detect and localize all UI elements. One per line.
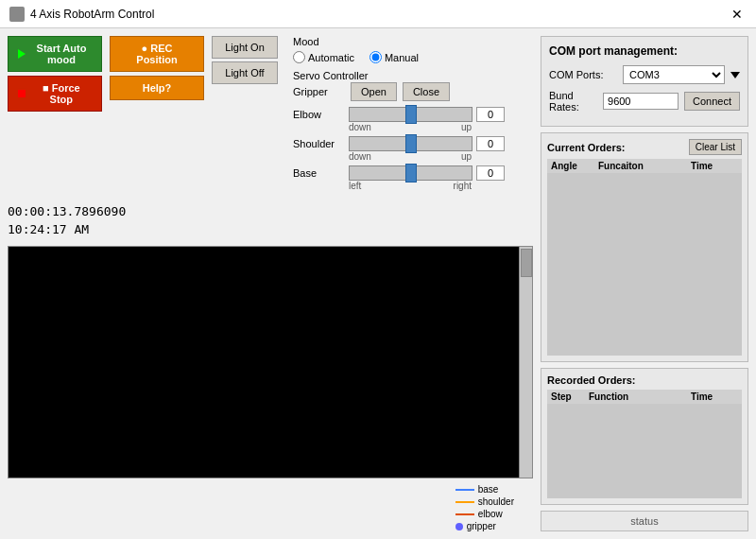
shoulder-label: Shoulder — [293, 138, 345, 149]
connect-button[interactable]: Connect — [684, 92, 740, 111]
gripper-label: Gripper — [293, 86, 345, 97]
col-step: Step — [551, 391, 589, 402]
manual-radio-label[interactable]: Manual — [369, 51, 419, 63]
clear-list-button[interactable]: Clear List — [689, 139, 742, 155]
shoulder-row: Shoulder down up — [293, 136, 505, 162]
current-orders-section: Current Orders: Clear List Angle Funcait… — [541, 132, 748, 362]
legend-items: base shoulder elbow gripper — [455, 484, 514, 531]
secondary-button-group: ● REC Position Help? — [110, 36, 204, 100]
legend-base: base — [455, 484, 514, 495]
com-ports-label: COM Ports: — [549, 69, 617, 80]
app-icon — [9, 7, 25, 22]
legend-area: base shoulder elbow gripper — [8, 484, 533, 531]
title-bar: 4 Axis RobotArm Control ✕ — [0, 0, 756, 28]
main-button-group: Start Auto mood ■ Force Stop — [8, 36, 102, 112]
chart-container — [8, 246, 533, 478]
light-off-button[interactable]: Light Off — [212, 61, 278, 84]
com-ports-select[interactable]: COM3 COM1 COM2 COM4 — [623, 65, 725, 84]
current-orders-list — [547, 173, 742, 356]
left-panel: Start Auto mood ■ Force Stop ● REC Posit… — [8, 36, 533, 531]
manual-radio[interactable] — [369, 51, 382, 63]
legend-shoulder: shoulder — [455, 496, 514, 507]
current-orders-columns: Angle Funcaiton Time — [547, 159, 742, 173]
gripper-open-button[interactable]: Open — [351, 82, 397, 101]
legend-gripper-dot — [455, 523, 463, 530]
com-section: COM port management: COM Ports: COM3 COM… — [541, 36, 748, 127]
rec-position-button[interactable]: ● REC Position — [110, 36, 204, 72]
servo-controller-title: Servo Controller — [293, 70, 368, 81]
base-min-label: left — [349, 181, 361, 191]
scrollbar-thumb[interactable] — [521, 249, 532, 277]
time-area: 00:00:13.7896090 10:24:17 AM — [8, 200, 533, 240]
right-panel: COM port management: COM Ports: COM3 COM… — [541, 36, 748, 531]
gripper-close-button[interactable]: Close — [403, 82, 450, 101]
baud-rate-input[interactable] — [603, 93, 679, 110]
com-dropdown-icon — [730, 72, 740, 78]
com-title: COM port management: — [549, 44, 740, 58]
legend-elbow: elbow — [455, 509, 514, 519]
legend-shoulder-label: shoulder — [478, 496, 514, 507]
legend-gripper-label: gripper — [467, 521, 496, 531]
col-funcaiton: Funcaiton — [598, 161, 691, 171]
status-bar: status — [541, 511, 748, 531]
current-orders-header: Current Orders: Clear List — [547, 139, 742, 155]
mood-radio-group: Automatic Manual — [293, 51, 505, 63]
light-button-group: Light On Light Off — [212, 36, 278, 84]
elbow-label: Elbow — [293, 109, 345, 120]
window-title: 4 Axis RobotArm Control — [30, 8, 154, 21]
recorded-orders-title: Recorded Orders: — [547, 374, 742, 386]
top-controls: Start Auto mood ■ Force Stop ● REC Posit… — [8, 36, 533, 195]
legend-shoulder-line — [455, 501, 474, 503]
mood-section: Mood Automatic Manual — [293, 36, 505, 63]
recorded-orders-section: Recorded Orders: Step Function Time — [541, 368, 748, 505]
shoulder-value[interactable] — [476, 136, 505, 151]
base-slider[interactable] — [349, 165, 472, 181]
shoulder-min-label: down — [349, 151, 371, 162]
chart-scrollbar[interactable] — [519, 247, 532, 478]
legend-gripper: gripper — [455, 521, 514, 531]
gripper-row: Gripper Open Close — [293, 82, 505, 101]
elapsed-timer: 00:00:13.7896090 — [8, 204, 533, 218]
servo-section: Mood Automatic Manual Servo Co — [285, 36, 512, 195]
elbow-max-label: up — [461, 122, 472, 132]
help-button[interactable]: Help? — [110, 76, 204, 100]
clock-display: 10:24:17 AM — [8, 222, 533, 236]
legend-elbow-label: elbow — [478, 509, 503, 519]
col-angle: Angle — [551, 161, 598, 171]
start-auto-mood-button[interactable]: Start Auto mood — [8, 36, 102, 72]
mood-title: Mood — [293, 36, 505, 47]
elbow-value[interactable] — [476, 107, 505, 122]
current-orders-title: Current Orders: — [547, 142, 626, 153]
main-content: Start Auto mood ■ Force Stop ● REC Posit… — [0, 28, 756, 539]
col-time: Time — [691, 161, 738, 171]
title-bar-left: 4 Axis RobotArm Control — [9, 7, 154, 22]
shoulder-slider[interactable] — [349, 136, 472, 151]
force-stop-button[interactable]: ■ Force Stop — [8, 76, 102, 112]
recorded-orders-list — [547, 404, 742, 498]
recorded-orders-columns: Step Function Time — [547, 390, 742, 404]
light-on-button[interactable]: Light On — [212, 36, 278, 59]
shoulder-max-label: up — [461, 151, 472, 162]
legend-elbow-line — [455, 513, 474, 515]
baud-rates-label: Bund Rates: — [549, 90, 597, 113]
play-icon — [18, 49, 26, 59]
close-button[interactable]: ✕ — [728, 8, 747, 21]
elbow-min-label: down — [349, 122, 371, 132]
baud-rates-row: Bund Rates: Connect — [549, 90, 740, 113]
col-rec-time: Time — [691, 391, 738, 402]
status-text: status — [630, 515, 658, 527]
col-function: Function — [589, 391, 691, 402]
legend-base-label: base — [478, 484, 499, 495]
elbow-row: Elbow down up — [293, 107, 505, 132]
base-label: Base — [293, 167, 345, 179]
elbow-slider[interactable] — [349, 107, 472, 122]
com-ports-row: COM Ports: COM3 COM1 COM2 COM4 — [549, 65, 740, 84]
automatic-radio-label[interactable]: Automatic — [293, 51, 354, 63]
base-max-label: right — [454, 181, 472, 191]
base-row: Base left right — [293, 165, 505, 191]
servo-controller: Servo Controller Gripper Open Close Elbo… — [293, 69, 505, 191]
legend-base-line — [455, 489, 474, 491]
base-value[interactable] — [476, 165, 505, 181]
automatic-radio[interactable] — [293, 51, 305, 63]
stop-icon — [18, 90, 26, 97]
